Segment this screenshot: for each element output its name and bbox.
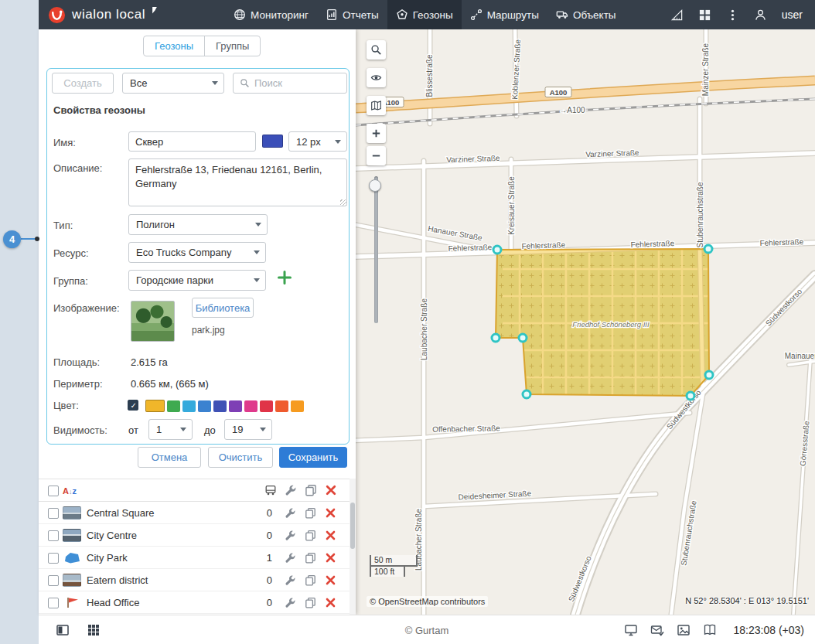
wialon-logo[interactable]: wialon local xyxy=(39,6,157,24)
ruler-icon[interactable] xyxy=(670,9,684,22)
geofence-vertex-handle[interactable] xyxy=(705,371,713,379)
delete-icon[interactable] xyxy=(325,574,336,586)
color-swatch[interactable] xyxy=(260,400,273,412)
tab-geofences[interactable]: Геозоны xyxy=(144,36,204,56)
apps-grid-icon[interactable] xyxy=(698,9,711,22)
username[interactable]: user xyxy=(782,9,803,21)
copy-icon[interactable] xyxy=(305,597,316,608)
geofence-name: City Park xyxy=(87,547,128,569)
scrollbar-thumb[interactable] xyxy=(350,503,355,549)
row-checkbox[interactable] xyxy=(48,598,59,608)
select-all-checkbox[interactable] xyxy=(48,486,59,496)
add-group-plus-icon[interactable] xyxy=(276,269,293,286)
create-button[interactable]: Создать xyxy=(52,73,114,94)
copy-icon[interactable] xyxy=(305,530,316,541)
nav-units[interactable]: Объекты xyxy=(547,0,625,29)
geofence-vertex-handle[interactable] xyxy=(687,392,694,400)
row-checkbox[interactable] xyxy=(48,575,59,586)
color-swatch[interactable] xyxy=(275,400,288,412)
visibility-from-select[interactable]: 1 xyxy=(148,419,193,440)
list-item[interactable]: Head Office0 xyxy=(39,591,356,614)
geofence-vertex-handle[interactable] xyxy=(492,334,500,342)
kebab-menu-icon[interactable] xyxy=(726,9,739,22)
geofence-vertex-handle[interactable] xyxy=(519,334,527,342)
delete-icon[interactable] xyxy=(325,597,336,608)
zoom-in-button[interactable] xyxy=(367,124,386,143)
row-checkbox[interactable] xyxy=(48,530,59,541)
edit-wrench-icon[interactable] xyxy=(285,530,296,541)
monitor-icon[interactable] xyxy=(624,623,638,637)
copy-icon[interactable] xyxy=(305,507,316,519)
list-item[interactable]: City Centre0 xyxy=(39,524,356,547)
search-input[interactable] xyxy=(254,77,340,89)
font-size-select[interactable]: 12 px xyxy=(288,131,347,152)
color-swatch[interactable] xyxy=(213,400,227,412)
units-column-icon[interactable] xyxy=(264,484,277,496)
name-input[interactable] xyxy=(128,131,256,152)
edit-wrench-icon[interactable] xyxy=(285,552,296,564)
clear-button[interactable]: Очистить xyxy=(208,447,273,468)
visibility-to-select[interactable]: 19 xyxy=(224,419,272,440)
row-checkbox[interactable] xyxy=(48,508,59,519)
zoom-slider-handle[interactable] xyxy=(369,179,381,192)
user-icon[interactable] xyxy=(754,9,767,22)
sort-az-icon[interactable]: A↓z xyxy=(63,483,77,497)
edit-wrench-icon[interactable] xyxy=(285,574,296,586)
color-swatch[interactable] xyxy=(167,400,180,412)
delete-icon[interactable] xyxy=(325,552,336,564)
map-layers-button[interactable] xyxy=(367,96,386,115)
name-label: Имя: xyxy=(53,137,76,148)
list-item[interactable]: Central Square0 xyxy=(39,502,356,524)
delete-icon[interactable] xyxy=(325,530,336,541)
copy-icon[interactable] xyxy=(305,574,316,586)
color-swatch[interactable] xyxy=(198,400,211,412)
mail-check-icon[interactable] xyxy=(650,623,664,637)
geofence-vertex-handle[interactable] xyxy=(523,390,530,398)
cemetery-label: Friedhof Schöneberg III xyxy=(572,320,650,329)
group-select[interactable]: Городские парки xyxy=(128,270,266,291)
description-textarea[interactable]: Fehlerstraße 13, Friedenau 12161, Berlin… xyxy=(128,158,347,206)
geofence-vertex-handle[interactable] xyxy=(493,246,501,254)
type-select[interactable]: Полигон xyxy=(128,214,268,235)
edit-all-wrench-icon[interactable] xyxy=(285,484,297,496)
list-item[interactable]: City Park1 xyxy=(39,547,356,569)
delete-icon[interactable] xyxy=(325,507,336,519)
resource-select[interactable]: Eco Trucks Company xyxy=(128,242,266,263)
nav-routes[interactable]: Маршруты xyxy=(462,0,547,29)
tab-groups[interactable]: Группы xyxy=(204,36,260,56)
map-search-button[interactable] xyxy=(367,40,386,60)
color-swatch[interactable] xyxy=(182,400,196,412)
geofence-image-thumbnail[interactable] xyxy=(131,301,175,342)
resize-grip-icon[interactable] xyxy=(340,199,346,206)
nav-geofences[interactable]: Геозоны xyxy=(387,0,462,29)
delete-all-icon[interactable] xyxy=(325,484,337,496)
copy-icon[interactable] xyxy=(305,552,316,564)
color-swatch[interactable] xyxy=(291,400,304,412)
geofence-vertex-handle[interactable] xyxy=(704,245,712,253)
map-area[interactable]: BlissestraßeKoblenzer StraßeMainzer Stra… xyxy=(356,29,815,615)
color-swatch[interactable] xyxy=(229,400,242,412)
cancel-button[interactable]: Отмена xyxy=(138,447,201,468)
save-button[interactable]: Сохранить xyxy=(279,447,347,468)
library-button[interactable]: Библиотека xyxy=(192,298,254,318)
photo-thumb xyxy=(63,574,81,587)
filter-select[interactable]: Все xyxy=(122,73,224,94)
color-checkbox[interactable] xyxy=(128,400,138,411)
list-item[interactable]: Eatern district0 xyxy=(39,569,356,591)
edit-wrench-icon[interactable] xyxy=(285,507,296,519)
color-swatch[interactable] xyxy=(244,400,257,412)
journal-icon[interactable] xyxy=(703,623,717,637)
label-color-chip[interactable] xyxy=(262,135,283,148)
copy-all-icon[interactable] xyxy=(305,484,317,496)
map-canvas[interactable]: BlissestraßeKoblenzer StraßeMainzer Stra… xyxy=(356,29,815,615)
list-scrollbar[interactable] xyxy=(350,479,356,615)
zoom-slider-track[interactable] xyxy=(374,176,378,323)
zoom-out-button[interactable] xyxy=(367,146,386,165)
map-visibility-button[interactable] xyxy=(367,68,386,87)
row-checkbox[interactable] xyxy=(48,553,59,564)
image-icon[interactable] xyxy=(677,623,691,637)
color-swatch[interactable] xyxy=(145,400,165,412)
edit-wrench-icon[interactable] xyxy=(285,597,296,608)
nav-monitoring[interactable]: Мониторинг xyxy=(225,0,317,29)
nav-reports[interactable]: Отчеты xyxy=(317,0,387,29)
